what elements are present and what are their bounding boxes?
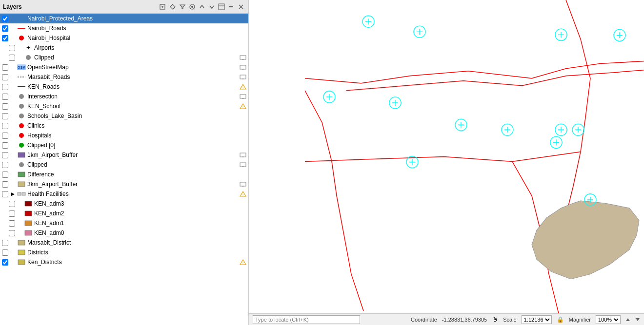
layer-item[interactable]: Clipped bbox=[0, 160, 248, 170]
layer-name: Marsabit_Roads bbox=[27, 74, 238, 80]
layer-expand-spacer bbox=[10, 162, 16, 168]
layer-item[interactable]: KEN_adm1 bbox=[0, 218, 248, 228]
layer-item[interactable]: Intersection bbox=[0, 92, 248, 101]
layer-checkbox[interactable] bbox=[2, 162, 8, 168]
layer-props-btn[interactable] bbox=[188, 2, 197, 11]
layer-checkbox[interactable] bbox=[2, 16, 8, 22]
layer-item[interactable]: Hospitals bbox=[0, 131, 248, 140]
layer-badge bbox=[240, 152, 246, 158]
layer-checkbox[interactable] bbox=[9, 230, 15, 236]
add-layer-btn[interactable] bbox=[168, 2, 177, 11]
layer-expand-spacer bbox=[10, 152, 16, 158]
layer-checkbox[interactable] bbox=[2, 25, 8, 32]
layer-checkbox[interactable] bbox=[2, 181, 8, 188]
layers-toolbar bbox=[159, 2, 245, 11]
layers-list: Nairobi_Protected_AreasNairobi_RoadsNair… bbox=[0, 14, 248, 325]
layer-name: Schools_Lake_Basin bbox=[27, 113, 238, 119]
layer-item[interactable]: Marsabit_District bbox=[0, 238, 248, 248]
layer-item[interactable]: Ken_Districts! bbox=[0, 257, 248, 267]
layer-checkbox[interactable] bbox=[2, 172, 8, 178]
layer-name: KEN_adm0 bbox=[34, 229, 238, 236]
layer-expand-btn[interactable]: ▶ bbox=[10, 191, 16, 197]
status-bar: Coordinate -1.28831,36.79305 🖱 Scale 1:1… bbox=[249, 313, 644, 325]
layer-item[interactable]: 1km_Airport_Buffer bbox=[0, 150, 248, 160]
layer-checkbox[interactable] bbox=[2, 240, 8, 246]
filter-btn[interactable] bbox=[178, 2, 187, 11]
layer-checkbox[interactable] bbox=[2, 142, 8, 149]
layer-item[interactable]: ✦Airports bbox=[0, 43, 248, 53]
magnifier-select[interactable]: 100% bbox=[596, 315, 621, 324]
layer-item[interactable]: KEN_adm0 bbox=[0, 228, 248, 238]
layer-name: Intersection bbox=[27, 93, 238, 100]
layer-checkbox[interactable] bbox=[2, 191, 8, 197]
layer-expand-spacer bbox=[10, 133, 16, 138]
move-down-btn[interactable] bbox=[207, 2, 216, 11]
layer-icon bbox=[17, 74, 26, 80]
layer-badge bbox=[240, 113, 246, 119]
layer-checkbox[interactable] bbox=[2, 113, 8, 119]
svg-text:!: ! bbox=[242, 86, 243, 89]
expand-all-btn[interactable] bbox=[217, 2, 226, 11]
layer-checkbox[interactable] bbox=[9, 201, 15, 207]
locate-input[interactable] bbox=[253, 315, 360, 324]
layer-item[interactable]: ▶Health Facilities! bbox=[0, 189, 248, 199]
svg-rect-43 bbox=[18, 192, 21, 195]
scale-select[interactable]: 1:12136 bbox=[522, 315, 552, 324]
layer-expand-spacer bbox=[10, 94, 16, 99]
window-close-btn[interactable] bbox=[237, 2, 245, 11]
layer-badge: ! bbox=[240, 191, 246, 197]
move-up-btn[interactable] bbox=[198, 2, 206, 11]
layer-icon bbox=[24, 210, 33, 217]
scroll-up-icon[interactable] bbox=[625, 315, 630, 324]
svg-rect-13 bbox=[240, 56, 246, 59]
coordinate-value: -1.28831,36.79305 bbox=[442, 317, 487, 323]
layer-checkbox[interactable] bbox=[2, 152, 8, 158]
svg-rect-17 bbox=[240, 65, 246, 69]
layer-icon bbox=[24, 200, 33, 207]
layer-item[interactable]: Marsabit_Roads bbox=[0, 72, 248, 82]
layer-badge bbox=[240, 200, 246, 207]
layer-item[interactable]: Difference bbox=[0, 170, 248, 179]
layer-item[interactable]: KEN_adm3 bbox=[0, 199, 248, 209]
layer-badge bbox=[240, 239, 246, 246]
layer-item[interactable]: Clinics bbox=[0, 121, 248, 131]
scroll-down-icon[interactable] bbox=[635, 315, 640, 324]
layer-checkbox[interactable] bbox=[2, 133, 8, 139]
layer-icon bbox=[17, 161, 26, 168]
layer-item[interactable]: Clipped bbox=[0, 53, 248, 62]
layer-item[interactable]: 3km_Airport_Buffer bbox=[0, 179, 248, 189]
layer-item[interactable]: OSMOpenStreetMap bbox=[0, 62, 248, 72]
layer-checkbox[interactable] bbox=[2, 64, 8, 71]
layer-checkbox[interactable] bbox=[9, 210, 15, 217]
layer-icon bbox=[17, 142, 26, 149]
map-area[interactable] bbox=[249, 0, 644, 313]
layer-item[interactable]: Clipped [0] bbox=[0, 140, 248, 150]
layer-item[interactable]: KEN_School! bbox=[0, 101, 248, 111]
window-minimize-btn[interactable] bbox=[227, 2, 236, 11]
layer-checkbox[interactable] bbox=[2, 84, 8, 90]
layer-item[interactable]: KEN_adm2 bbox=[0, 209, 248, 218]
layer-checkbox[interactable] bbox=[9, 220, 15, 227]
layer-checkbox[interactable] bbox=[9, 55, 15, 61]
svg-rect-50 bbox=[18, 240, 25, 245]
layer-item[interactable]: Schools_Lake_Basin bbox=[0, 111, 248, 121]
layer-item[interactable]: Nairobi_Protected_Areas bbox=[0, 14, 248, 23]
layer-checkbox[interactable] bbox=[2, 103, 8, 110]
layer-badge bbox=[240, 210, 246, 217]
layer-checkbox[interactable] bbox=[2, 249, 8, 256]
layer-item[interactable]: Districts bbox=[0, 248, 248, 257]
layer-badge bbox=[240, 74, 246, 80]
layer-checkbox[interactable] bbox=[2, 259, 8, 266]
layer-checkbox[interactable] bbox=[9, 45, 15, 51]
layer-name: Hospitals bbox=[27, 132, 238, 139]
layer-checkbox[interactable] bbox=[2, 123, 8, 129]
layer-checkbox[interactable] bbox=[2, 35, 8, 41]
layer-item[interactable]: Nairobi_Roads bbox=[0, 23, 248, 33]
layer-item[interactable]: Nairobi_Hospital bbox=[0, 33, 248, 43]
layer-checkbox[interactable] bbox=[2, 94, 8, 100]
open-layer-dialog-btn[interactable] bbox=[159, 2, 167, 11]
layer-icon bbox=[17, 103, 26, 110]
layer-checkbox[interactable] bbox=[2, 74, 8, 80]
layer-item[interactable]: KEN_Roads! bbox=[0, 82, 248, 92]
layer-name: Clipped bbox=[27, 161, 238, 168]
